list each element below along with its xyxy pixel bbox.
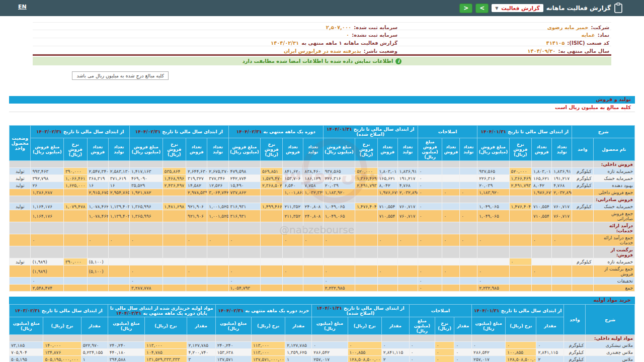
cell xyxy=(108,258,129,265)
cell xyxy=(64,246,88,258)
cell xyxy=(377,246,397,258)
cell: ۱۱۳,۰۰۰ xyxy=(252,349,285,356)
cell xyxy=(460,168,477,175)
cell xyxy=(228,258,260,265)
cell: ۱,۹۷۶,۶۷۳ xyxy=(531,189,551,196)
cell: ۲۵۷,۰۱۷ xyxy=(472,356,506,362)
cell: ۴۴۰,۱۸۰ xyxy=(108,349,144,356)
cell xyxy=(87,285,108,292)
cell: ۹۲۱,۹۰۶ xyxy=(186,210,207,222)
cell: ۰ xyxy=(418,189,442,196)
production-sales-section-bar: تولید و فروش xyxy=(9,96,635,104)
cell xyxy=(261,246,283,258)
cell: ۵۲۲,۹۷۰ xyxy=(81,342,108,349)
cell: ۱۹۱,۲۱۷ xyxy=(552,175,572,182)
row-name: جمع فروش داخلی xyxy=(593,189,634,196)
cell: ۱,۰۷۸,۴۶۲ xyxy=(87,203,108,210)
cell: (۱,۹۸۹) xyxy=(31,258,64,265)
cell: ۹۹۳,۴۶۳ xyxy=(31,168,64,175)
table-row: خمیرمایه خشککیلوگرم۷۶۰,۷۱۷۷۱۰,۵۵۴۱,۴۷۶,۴… xyxy=(10,203,635,210)
cell xyxy=(261,278,283,285)
column-header: نرخ فروش (ریال) xyxy=(64,138,88,161)
cell xyxy=(64,265,88,278)
cell: ۰ xyxy=(435,342,454,349)
cell xyxy=(252,335,285,342)
column-header: مبلغ (میلیون ریال) xyxy=(10,317,43,335)
cell: ۱,۸۰۳,۰۱۰ xyxy=(531,168,551,175)
cell: ۱۱۳,۰۰۰ xyxy=(145,342,187,349)
cell: ۱۳۷,۵۷۱ xyxy=(215,356,251,362)
cell xyxy=(377,258,397,265)
cell xyxy=(303,278,323,285)
cell xyxy=(186,161,207,168)
info-icon: i xyxy=(395,58,401,64)
next-report-button[interactable]: > xyxy=(475,4,489,13)
row-unit: کیلوگرم xyxy=(572,203,593,210)
cell xyxy=(163,222,186,234)
column-header: تعداد فروش xyxy=(283,138,303,161)
row-unit: کیلوگرم xyxy=(572,258,593,265)
table1-unit-subtitle: کلیه مبالغ به میلیون ریال است xyxy=(9,104,635,112)
cell: ۲,۰۳۲,۸۹۵ xyxy=(552,189,572,196)
cell xyxy=(130,222,163,234)
language-toggle[interactable]: EN xyxy=(18,4,27,10)
cell: ۳۵,۵۲۹ xyxy=(130,182,163,189)
cell xyxy=(163,161,186,168)
cell: ۰ xyxy=(454,356,472,362)
section-row: مواد اولیه داخلی: xyxy=(10,335,635,342)
cell xyxy=(460,175,477,182)
cell xyxy=(355,222,377,234)
cell: ۰ xyxy=(460,210,477,222)
cell xyxy=(303,246,323,258)
cell: ۰ xyxy=(531,234,551,246)
cell: ۰ xyxy=(435,356,454,362)
cell: ۱,۴۸۱,۶۹۸ xyxy=(163,203,186,210)
cell: ۰ xyxy=(228,265,260,278)
column-group-header: واحد xyxy=(564,305,586,335)
cell: ۰ xyxy=(418,278,442,285)
column-header: مبلغ فروش (میلیون ریال) xyxy=(130,138,163,161)
cell: ۷,۷۵۸ xyxy=(303,182,323,189)
cell xyxy=(303,161,323,168)
cell xyxy=(397,258,418,265)
cell: ۲۰,۰۳۹ xyxy=(323,182,355,189)
row-unit xyxy=(572,210,593,222)
column-header: نرخ فروش (ریال) xyxy=(261,138,283,161)
cell: ۱ xyxy=(81,356,108,362)
row-unit xyxy=(572,265,593,278)
cell xyxy=(283,246,303,258)
column-header: نرخ (ریال) xyxy=(435,317,454,335)
cell: ۴۷۹,۵۹۸ xyxy=(228,168,260,175)
report-type-dropdown[interactable]: گزارش فعالیت ▼ xyxy=(492,4,543,12)
column-header: مبلغ فروش (میلیون ریال) xyxy=(477,138,509,161)
column-header: مقدار xyxy=(81,317,108,335)
cell xyxy=(355,265,377,278)
column-header: تعداد فروش xyxy=(87,138,108,161)
cell xyxy=(130,258,163,265)
cell xyxy=(460,196,477,203)
cell: ۱,۸۳۶,۹۱۰ xyxy=(552,168,572,175)
row-name: ملاس xyxy=(586,356,635,362)
clipboard-icon xyxy=(614,3,623,14)
cell xyxy=(460,203,477,210)
company-info-panel: شرکت: خمیر مایه رضوی سرمایه ثبت شده: ۲,۵… xyxy=(33,22,611,54)
cell xyxy=(108,278,129,285)
cell xyxy=(377,196,397,203)
row-unit xyxy=(572,285,593,292)
cell: ۲۸۶,۵۴۲ xyxy=(472,349,506,356)
cell: (۵,۱۰۰) xyxy=(87,265,108,278)
cell: ۲۱۱,۳۵۲ xyxy=(283,203,303,210)
cell: ۲,۲۳۲,۹۸۵ xyxy=(477,285,509,292)
product-status xyxy=(10,189,31,196)
cell: ۲,۹۵۴,۷۶۵ xyxy=(108,189,129,196)
cell: ۰ xyxy=(409,356,435,362)
column-header: مبلغ فروش (میلیون ریال) xyxy=(418,138,442,161)
column-header: تعداد تولید xyxy=(207,138,228,161)
cell: ۷۶۰,۷۱۷ xyxy=(552,203,572,210)
prev-report-button[interactable]: < xyxy=(459,4,472,13)
cell xyxy=(163,278,186,285)
cell: ۷۱۰,۵۵۴ xyxy=(377,203,397,210)
cell: ۱,۰۶۶,۴۶۱ xyxy=(64,175,88,182)
cell: ۲۸۶,۵۴۲ xyxy=(312,349,348,356)
cell: ۵۲۰,۰۰۰ xyxy=(509,168,531,175)
